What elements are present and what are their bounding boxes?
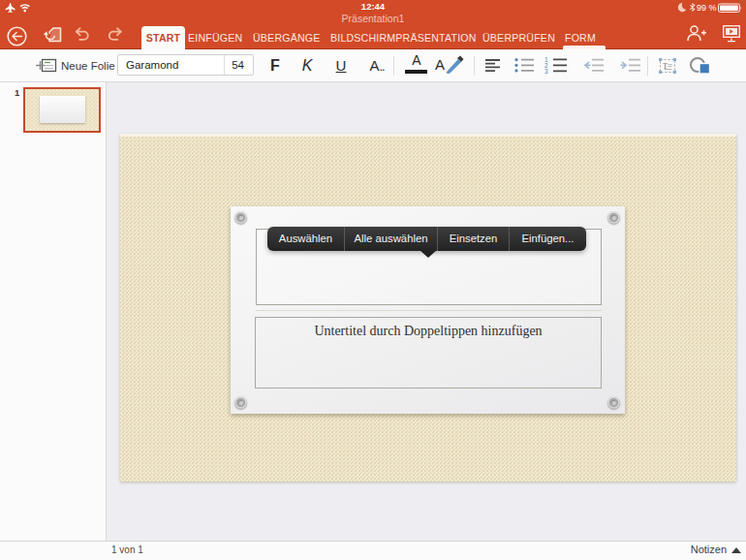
svg-text:99 %: 99 %: [697, 3, 717, 13]
svg-text:A: A: [435, 56, 445, 73]
svg-text:3: 3: [544, 68, 548, 74]
